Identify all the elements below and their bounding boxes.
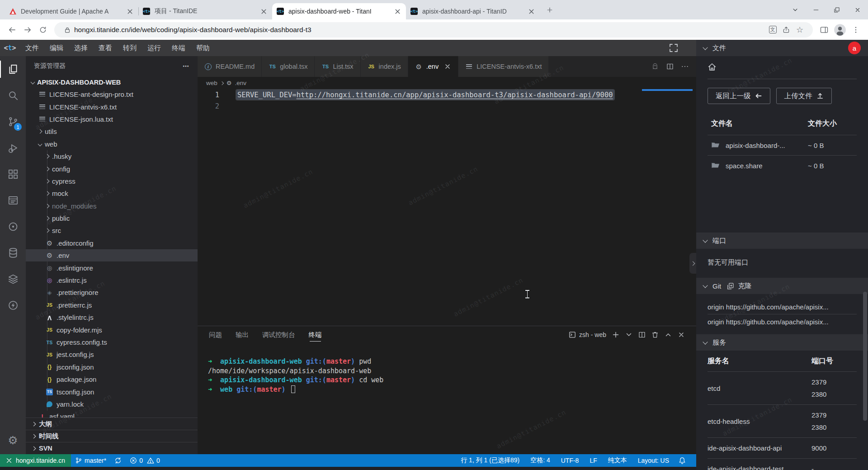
status-item[interactable]: UTF-8 [556, 454, 585, 467]
tree-file-package.json[interactable]: {}package.json [26, 373, 198, 385]
tree-file-jest.config.js[interactable]: JSjest.config.js [26, 348, 198, 361]
panel-reveal-handle[interactable] [689, 253, 696, 274]
tree-file-.env[interactable]: ⚙.env [26, 249, 198, 261]
activity-run-debug-icon[interactable] [0, 135, 26, 161]
file-row-apisix-dashboard-...[interactable]: apisix-dashboard-...~ 0 B [708, 135, 857, 155]
close-tab-icon[interactable] [528, 8, 535, 15]
browser-menu-icon[interactable] [848, 22, 863, 38]
tree-folder-.husky[interactable]: .husky [26, 150, 198, 162]
tree-folder-config[interactable]: config [26, 162, 198, 175]
activity-extensions-icon[interactable] [0, 161, 26, 187]
git-remote-row[interactable]: origin https://github.com/apache/apisix.… [708, 314, 857, 329]
kill-terminal-icon[interactable] [651, 331, 659, 338]
git-remote-row[interactable]: origin https://github.com/apache/apisix.… [708, 299, 857, 314]
panel-tab-终端[interactable]: 终端 [309, 326, 322, 343]
close-tab-icon[interactable] [444, 63, 451, 70]
go-up-button[interactable]: 返回上一级 [708, 88, 770, 104]
side-panel-icon[interactable] [816, 22, 832, 38]
panel-tab-调试控制台[interactable]: 调试控制台 [262, 326, 295, 343]
panel-tab-输出[interactable]: 输出 [236, 326, 249, 343]
tree-file-LICENSE-json.lua.txt[interactable]: LICENSE-json.lua.txt [26, 113, 198, 125]
tree-folder-public[interactable]: public [26, 212, 198, 224]
restore-button[interactable] [826, 0, 847, 19]
activity-source-control-icon[interactable]: 1 [0, 109, 26, 135]
home-icon[interactable] [708, 62, 717, 71]
remote-indicator[interactable]: hongxi.titanide.cn [0, 454, 71, 467]
tree-file-LICENSE-ant-design-pro.txt[interactable]: LICENSE-ant-design-pro.txt [26, 88, 198, 100]
editor-tab-index.js[interactable]: JSindex.js [361, 56, 408, 77]
menu-item-编辑[interactable]: 编辑 [44, 40, 69, 56]
split-terminal-icon[interactable] [638, 331, 646, 338]
close-tab-icon[interactable] [126, 8, 134, 15]
sync-icon[interactable] [110, 454, 126, 467]
service-row-ide-apisix-dashboard-test[interactable]: ide-apisix-dashboard-test- [708, 458, 857, 470]
menu-item-终端[interactable]: 终端 [166, 40, 191, 56]
url-text[interactable]: hongxi.titanide.cn/ide/web/coding/apisix… [74, 26, 766, 34]
code-link[interactable]: http://hongxi.titanide.cn/app/apisix-das… [297, 91, 613, 99]
close-window-button[interactable] [847, 0, 868, 19]
new-terminal-icon[interactable] [612, 331, 619, 338]
shell-selector[interactable]: zsh - web [569, 331, 606, 338]
activity-lightning-icon[interactable] [0, 292, 26, 318]
share-icon[interactable] [779, 23, 793, 37]
tree-file-tsconfig.json[interactable]: TStsconfig.json [26, 385, 198, 398]
browser-tab[interactable]: <t>apisix-dashboard-web - TitanI [272, 3, 406, 19]
files-section-header[interactable]: 文件 a [696, 40, 868, 56]
split-editor-icon[interactable] [666, 63, 674, 70]
lock-icon[interactable] [61, 23, 74, 37]
tree-file-cypress.config.ts[interactable]: TScypress.config.ts [26, 336, 198, 348]
sidebar-section-SVN[interactable]: SVN [26, 442, 198, 454]
sidebar-section-时间线[interactable]: 时间线 [26, 430, 198, 442]
status-item[interactable]: 行 1, 列 1 (已选择89) [455, 454, 525, 467]
back-icon[interactable] [5, 22, 20, 38]
tab-search-chevron-icon[interactable] [785, 0, 806, 19]
terminal-dropdown-icon[interactable] [625, 331, 632, 338]
editor-tab-.env[interactable]: ⚙.env [408, 56, 458, 77]
git-clone-label[interactable]: 克隆 [738, 282, 751, 290]
activity-database-icon[interactable] [0, 240, 26, 266]
tree-folder-cypress[interactable]: cypress [26, 175, 198, 187]
address-bar[interactable]: hongxi.titanide.cn/ide/web/coding/apisix… [54, 22, 813, 38]
maximize-panel-icon[interactable] [665, 331, 672, 338]
reload-icon[interactable] [35, 22, 51, 38]
forward-icon[interactable] [20, 22, 35, 38]
minimize-button[interactable] [806, 0, 826, 19]
breadcrumb-file[interactable]: .env [235, 80, 246, 86]
menu-item-转到[interactable]: 转到 [118, 40, 142, 56]
editor-tab-LICENSE-antvis-x6.txt[interactable]: LICENSE-antvis-x6.txt [458, 56, 549, 77]
problems-indicator[interactable]: 00 [126, 454, 164, 467]
scrollbar-thumb[interactable] [863, 292, 867, 421]
panel-tab-问题[interactable]: 问题 [209, 326, 222, 343]
bookmark-star-icon[interactable]: ☆ [793, 23, 807, 37]
status-item[interactable]: 纯文本 [603, 454, 632, 467]
editor-tab-global.tsx[interactable]: TSglobal.tsx [262, 56, 315, 77]
editor-tab-README.md[interactable]: iREADME.md [198, 56, 262, 77]
service-row-etcd[interactable]: etcd23792380 [708, 371, 857, 404]
status-item[interactable]: 空格: 4 [525, 454, 556, 467]
close-panel-icon[interactable] [678, 331, 685, 338]
tree-file-.prettierignore[interactable]: ◈.prettierignore [26, 286, 198, 299]
menu-item-查看[interactable]: 查看 [93, 40, 118, 56]
tree-file-jsconfig.json[interactable]: {}jsconfig.json [26, 361, 198, 373]
service-row-etcd-headless[interactable]: etcd-headless23792380 [708, 404, 857, 437]
activity-search-icon[interactable] [0, 82, 26, 109]
menu-item-文件[interactable]: 文件 [20, 40, 44, 56]
close-tab-icon[interactable] [260, 8, 268, 15]
browser-profile-avatar[interactable] [834, 24, 846, 36]
tree-folder-mock[interactable]: mock [26, 187, 198, 199]
user-avatar[interactable]: a [848, 42, 861, 54]
menu-item-运行[interactable]: 运行 [142, 40, 166, 56]
service-row-ide-apisix-dashboard-api[interactable]: ide-apisix-dashboard-api9000 [708, 437, 857, 458]
status-item[interactable]: Layout: US [632, 454, 675, 467]
browser-tab[interactable]: <t>项目 - TitanIDE [138, 3, 272, 19]
activity-preview-icon[interactable] [0, 187, 26, 214]
tree-file-.prettierrc.js[interactable]: JS.prettierrc.js [26, 299, 198, 311]
notifications-bell-icon[interactable] [675, 454, 690, 467]
ghost-icon[interactable] [651, 62, 659, 71]
code-editor[interactable]: 1 SERVE_URL_DEV=http://hongxi.titanide.c… [198, 89, 696, 326]
upload-button[interactable]: 上传文件 [776, 88, 832, 104]
services-section-header[interactable]: 服务 [696, 334, 868, 351]
ports-section-header[interactable]: 端口 [696, 233, 868, 249]
tree-file-.eslintignore[interactable]: ◎.eslintignore [26, 261, 198, 274]
tree-folder-node_modules[interactable]: node_modules [26, 200, 198, 212]
